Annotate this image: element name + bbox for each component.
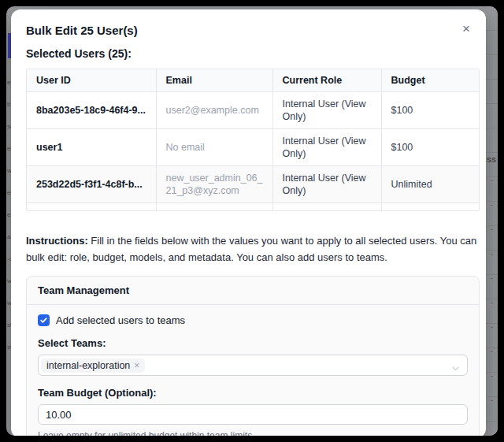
cell-user_id: 8ba203e5-18c9-46f4-9... <box>27 92 156 129</box>
checkbox-checked-icon[interactable] <box>38 314 50 326</box>
background-dash: - <box>491 176 493 184</box>
cell-user_id: 253d22d5-f3f1-4c8f-b... <box>27 166 156 203</box>
users-table-body: 8ba203e5-18c9-46f4-9...user2@example.com… <box>27 92 479 212</box>
column-header: User ID <box>27 69 156 92</box>
instructions-label: Instructions: <box>26 235 88 247</box>
cell-budget: $100 <box>381 129 479 166</box>
select-teams-label: Select Teams: <box>38 337 468 349</box>
cell-user_id: 5dbd2335-cdd6-47ca-b... <box>27 203 156 212</box>
chevron-down-icon[interactable] <box>451 362 460 376</box>
cell-email: inter <box>156 203 272 212</box>
background-column-header: SS <box>487 156 496 164</box>
instructions-text: Instructions: Fill in the fields below w… <box>26 232 481 266</box>
background-text-fragment: e <box>7 79 10 86</box>
team-management-body: Add selected users to teams Select Teams… <box>27 305 479 436</box>
cell-role: Internal User (View Only) <box>272 203 381 212</box>
dimmed-backdrop: eltseerwererar-qwwstst SS ---------- Bul… <box>6 6 498 436</box>
background-page-right-edge: SS ---------- <box>485 6 498 436</box>
teams-multiselect[interactable]: internal-exploration × <box>38 355 468 376</box>
background-dash: - <box>491 347 493 355</box>
selected-team-tag: internal-exploration × <box>41 358 145 373</box>
cell-role: Internal User (View Only) <box>272 92 381 129</box>
table-row: 253d22d5-f3f1-4c8f-b...new_user_admin_06… <box>27 166 479 203</box>
background-dash: - <box>491 372 493 380</box>
modal-header: Bulk Edit 25 User(s) × <box>26 24 478 37</box>
team-tag-label: internal-exploration <box>46 360 130 371</box>
team-management-card: Team Management Add selected users to te… <box>26 276 480 436</box>
cell-email: No email <box>156 129 272 166</box>
table-row: 5dbd2335-cdd6-47ca-b...interInternal Use… <box>27 203 479 212</box>
background-text-fragment: lt <box>7 101 10 108</box>
bulk-edit-modal: Bulk Edit 25 User(s) × Selected Users (2… <box>11 9 486 436</box>
remove-tag-icon[interactable]: × <box>134 360 139 371</box>
cell-role: Internal User (View Only) <box>272 166 381 203</box>
background-dash: - <box>491 274 493 282</box>
budget-helper-text: Leave empty for unlimited budget within … <box>38 430 468 436</box>
cell-budget: Unlimited <box>381 203 479 212</box>
cell-budget: Unlimited <box>381 166 479 203</box>
background-dash: - <box>491 250 493 258</box>
cell-budget: $100 <box>381 92 479 129</box>
table-row: 8ba203e5-18c9-46f4-9...user2@example.com… <box>27 92 479 129</box>
cell-email: user2@example.com <box>156 92 272 129</box>
background-dash: - <box>491 299 493 306</box>
cell-email: new_user_admin_06_21_p3@xyz.com <box>156 166 272 203</box>
background-dash: - <box>491 201 493 209</box>
cell-role: Internal User (View Only) <box>272 129 381 166</box>
column-header: Current Role <box>272 69 381 92</box>
team-management-title: Team Management <box>27 277 479 305</box>
modal-title: Bulk Edit 25 User(s) <box>26 24 138 37</box>
team-budget-input[interactable] <box>38 404 468 425</box>
background-dash: - <box>491 323 493 331</box>
column-header: Budget <box>381 69 479 92</box>
checkbox-label: Add selected users to teams <box>56 314 185 326</box>
close-icon[interactable]: × <box>461 24 472 35</box>
add-users-to-teams-checkbox-row[interactable]: Add selected users to teams <box>38 314 468 326</box>
selected-users-table: User IDEmailCurrent RoleBudget 8ba203e5-… <box>27 69 479 211</box>
table-row: user1No emailInternal User (View Only)$1… <box>27 129 479 166</box>
column-header: Email <box>156 69 272 92</box>
background-dash: - <box>491 396 493 404</box>
selected-users-label: Selected Users (25): <box>26 47 478 60</box>
selected-users-table-container[interactable]: User IDEmailCurrent RoleBudget 8ba203e5-… <box>26 69 480 211</box>
table-header-row: User IDEmailCurrent RoleBudget <box>27 69 479 92</box>
background-dash: - <box>491 225 493 233</box>
cell-user_id: user1 <box>27 129 156 166</box>
team-budget-label: Team Budget (Optional): <box>38 387 468 399</box>
